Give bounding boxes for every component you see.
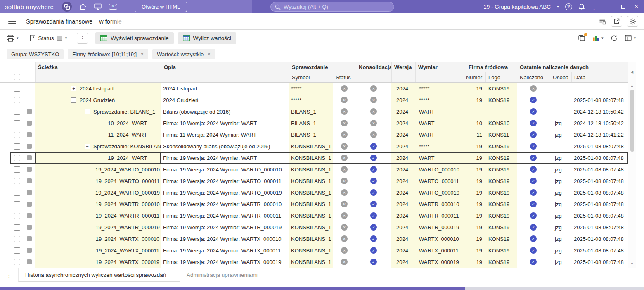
table-row[interactable]: 19_2024_WARTR_000019Firma: 19 Wersja: 20…	[0, 221, 628, 233]
share-button[interactable]	[611, 16, 622, 27]
table-row[interactable]: +2024 Listopad2024 Listopad*****××2024**…	[0, 83, 628, 94]
hamburger-menu-icon[interactable]	[8, 19, 16, 24]
col-firma-zrodlowa[interactable]: Firma źródłowa	[466, 62, 517, 72]
table-row[interactable]: −2024 Grudzień2024 Grudzień*****××2024**…	[0, 94, 628, 106]
path-cell[interactable]: 11_2024_WART	[35, 129, 161, 140]
col-opis[interactable]: Opis	[161, 62, 289, 82]
table-row[interactable]: 19_2024_WARTR_000010Firma: 19 Wersja: 20…	[0, 198, 628, 210]
col-konsolidacja[interactable]: Konsolidacja	[356, 62, 391, 82]
context-selector[interactable]: 19 - Grupa kapitałowa ABC	[483, 4, 551, 10]
apps-icon[interactable]	[62, 2, 72, 12]
scroll-up-icon[interactable]: ▲	[630, 82, 634, 90]
select-all-cell[interactable]	[10, 72, 24, 82]
row-checkbox[interactable]	[14, 178, 20, 184]
col-numer[interactable]: Numer	[466, 72, 485, 82]
show-report-button[interactable]: Wyświetl sprawozdanie	[95, 32, 173, 44]
scroll-down-icon[interactable]: ▼	[630, 260, 634, 268]
path-cell[interactable]: 19_2024_WARTR_000019	[35, 221, 161, 233]
open-in-html-button[interactable]: Otwórz w HTML	[135, 2, 187, 12]
table-row[interactable]: 11_2024_WARTFirma: 11 Wersja: 2024 Wymia…	[0, 129, 628, 140]
path-cell[interactable]: −Sprawozdanie: KONSBILANS_1	[35, 140, 161, 152]
row-checkbox[interactable]	[14, 120, 20, 126]
close-icon[interactable]: ×	[140, 51, 144, 57]
table-row[interactable]: 19_2024_WARTR_000011Firma: 19 Wersja: 20…	[0, 210, 628, 221]
row-checkbox[interactable]	[14, 190, 20, 196]
table-row[interactable]: 10_2024_WARTFirma: 10 Wersja: 2024 Wymia…	[0, 117, 628, 129]
bottom-kebab-icon[interactable]: ⋮	[0, 268, 18, 282]
table-row[interactable]: 19_2024_WARTFirma: 19 Wersja: 2024 Wymia…	[0, 152, 628, 164]
row-checkbox[interactable]	[14, 155, 20, 161]
tab-historia-wyliczen[interactable]: Historia asynchronicznych wyliczeń warto…	[18, 268, 180, 282]
more-actions-button[interactable]: ⋮	[77, 33, 88, 44]
select-all-checkbox[interactable]	[14, 74, 20, 80]
tab-administracja-uprawnieniami[interactable]: Administracja uprawnieniami	[180, 268, 264, 282]
print-button[interactable]: ▾	[7, 35, 19, 42]
tree-collapse-icon[interactable]: −	[71, 97, 76, 103]
col-naliczono[interactable]: Naliczono	[517, 72, 550, 82]
row-checkbox[interactable]	[14, 224, 20, 231]
path-cell[interactable]: −2024 Grudzień	[35, 94, 161, 106]
kebab-menu-icon[interactable]: ⋮	[591, 4, 597, 10]
filter-chip-firmy-zrodlowe[interactable]: Firmy źródłowe: [10;11;19;] ×	[68, 49, 148, 59]
col-sprawozdanie[interactable]: Sprawozdanie	[289, 62, 356, 72]
path-cell[interactable]: 19_2024_WARTX_000011	[35, 245, 161, 256]
path-cell[interactable]: +2024 Listopad	[35, 83, 161, 94]
col-data[interactable]: Data	[571, 72, 628, 82]
col-symbol[interactable]: Symbol	[289, 72, 333, 82]
path-cell[interactable]: 19_2024_WARTR_000010	[35, 198, 161, 210]
row-checkbox[interactable]	[14, 86, 20, 92]
row-checkbox[interactable]	[14, 166, 20, 173]
row-checkbox[interactable]	[14, 247, 20, 254]
window-maximize-button[interactable]	[621, 5, 625, 9]
col-osoba[interactable]: Osoba	[550, 72, 571, 82]
path-cell[interactable]: 19_2024_WARTO_000010	[35, 164, 161, 175]
filter-chip-wartosci[interactable]: Wartości: wszystkie ×	[152, 49, 215, 59]
chevron-down-icon[interactable]: ▾	[557, 5, 559, 9]
home-icon[interactable]	[79, 3, 87, 10]
row-checkbox[interactable]	[14, 132, 20, 138]
path-cell[interactable]: 19_2024_WARTO_000019	[35, 187, 161, 198]
collapse-panel-icon[interactable]: ◀	[628, 62, 636, 82]
row-checkbox[interactable]	[14, 201, 20, 207]
row-checkbox[interactable]	[14, 109, 20, 115]
grid-settings-button[interactable]: ▾	[625, 35, 636, 41]
status-color-swatch[interactable]	[57, 36, 62, 41]
col-status[interactable]: Status	[333, 72, 356, 82]
table-row[interactable]: −Sprawozdanie: BILANS_1Bilans (obowiązuj…	[0, 106, 628, 117]
col-wersja[interactable]: Wersja	[391, 62, 415, 82]
table-row[interactable]: 19_2024_WARTX_000011Firma: 19 Wersja: 20…	[0, 245, 628, 256]
search-input[interactable]	[284, 4, 390, 10]
notifications-bell-icon[interactable]	[578, 3, 585, 10]
path-cell[interactable]: 19_2024_WARTO_000011	[35, 175, 161, 187]
row-checkbox[interactable]	[14, 97, 20, 103]
display-settings-sun-button[interactable]	[627, 16, 638, 27]
tab-sprawozdania-finansowe[interactable]: Sprawozdania finansowe – w formie d	[26, 13, 127, 29]
row-checkbox[interactable]	[14, 143, 20, 150]
col-wymiar[interactable]: Wymiar	[415, 62, 466, 82]
scrollbar-thumb[interactable]	[630, 90, 634, 152]
path-cell[interactable]: 19_2024_WARTX_000010	[35, 233, 161, 245]
table-row[interactable]: 19_2024_WARTO_000011Firma: 19 Wersja: 20…	[0, 175, 628, 187]
window-minimize-button[interactable]	[608, 7, 612, 7]
tree-expand-icon[interactable]: +	[71, 86, 76, 91]
side-panel-icon[interactable]	[599, 18, 606, 25]
col-ostatnie-naliczenie[interactable]: Ostatnie naliczenie danych	[517, 62, 628, 72]
filter-chip-grupa[interactable]: Grupa: WSZYSTKO	[7, 49, 64, 59]
path-cell[interactable]: −Sprawozdanie: BILANS_1	[35, 106, 161, 117]
table-row[interactable]: 19_2024_WARTO_000019Firma: 19 Wersja: 20…	[0, 187, 628, 198]
tree-collapse-icon[interactable]: −	[85, 144, 90, 149]
calculate-values-button[interactable]: Wylicz wartości	[178, 32, 236, 44]
row-checkbox[interactable]	[14, 213, 20, 219]
col-sciezka[interactable]: Ścieżka	[35, 62, 161, 82]
path-cell[interactable]: 19_2024_WARTX_000019	[35, 256, 161, 268]
help-icon[interactable]: ?	[565, 3, 572, 10]
copy-pages-button[interactable]	[578, 34, 585, 42]
close-icon[interactable]: ×	[207, 51, 211, 57]
monitor-icon[interactable]	[94, 3, 102, 10]
table-row[interactable]: 19_2024_WARTO_000010Firma: 19 Wersja: 20…	[0, 164, 628, 175]
table-row[interactable]: 19_2024_WARTX_000019Firma: 19 Wersja: 20…	[0, 256, 628, 268]
window-close-button[interactable]: ×	[635, 3, 638, 10]
bc-icon[interactable]: BC	[109, 4, 117, 9]
path-cell[interactable]: 10_2024_WART	[35, 117, 161, 129]
tree-collapse-icon[interactable]: −	[85, 109, 90, 114]
